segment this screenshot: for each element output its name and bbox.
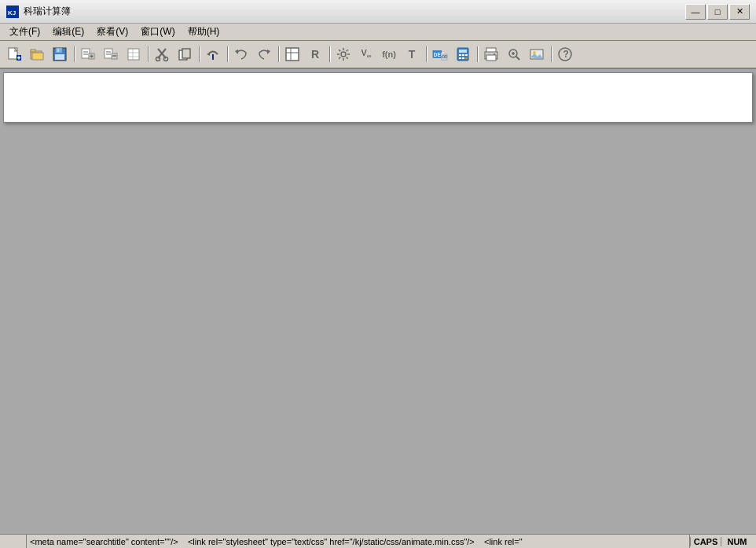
- toolbar-btn-5[interactable]: [100, 43, 122, 65]
- toolbar-btn-help[interactable]: ?: [554, 43, 576, 65]
- toolbar-btn-redo[interactable]: [253, 43, 275, 65]
- svg-line-59: [516, 57, 519, 60]
- svg-rect-53: [465, 57, 468, 59]
- separator-9: [549, 43, 553, 65]
- separator-5: [276, 43, 281, 65]
- svg-rect-33: [182, 49, 190, 58]
- separator-7: [424, 43, 428, 65]
- status-left: [3, 535, 27, 548]
- svg-text:?: ?: [563, 49, 569, 60]
- toolbar-btn-6[interactable]: [123, 43, 145, 65]
- menu-file[interactable]: 文件(F): [3, 24, 46, 40]
- svg-rect-51: [459, 57, 461, 59]
- title-text: 科瑞计算簿: [24, 5, 71, 18]
- app-icon: KJ: [6, 6, 19, 18]
- title-left: KJ 科瑞计算簿: [6, 5, 71, 18]
- svg-point-31: [164, 57, 168, 61]
- svg-rect-52: [462, 57, 464, 59]
- status-num: NUM: [721, 537, 753, 546]
- menu-view[interactable]: 察看(V): [90, 24, 134, 40]
- menu-edit[interactable]: 编辑(E): [46, 24, 90, 40]
- toolbar-btn-zoom[interactable]: [503, 43, 525, 65]
- svg-rect-38: [286, 48, 299, 61]
- svg-rect-49: [462, 54, 464, 56]
- svg-text:00: 00: [442, 54, 447, 59]
- new-button[interactable]: [3, 43, 25, 65]
- svg-rect-11: [57, 49, 59, 52]
- status-caps: CAPS: [690, 537, 721, 546]
- separator-2: [145, 43, 150, 65]
- svg-rect-50: [465, 54, 468, 56]
- toolbar-btn-settings[interactable]: [332, 43, 354, 65]
- menu-bar: 文件(F) 编辑(E) 察看(V) 窗口(W) 帮助(H): [0, 24, 756, 41]
- open-button[interactable]: [26, 43, 48, 65]
- minimize-button[interactable]: —: [685, 4, 706, 20]
- maximize-button[interactable]: □: [707, 4, 728, 20]
- svg-marker-37: [267, 50, 270, 54]
- separator-6: [327, 43, 332, 65]
- svg-point-57: [494, 53, 495, 55]
- save-button[interactable]: [49, 43, 71, 65]
- toolbar-btn-print[interactable]: [480, 43, 502, 65]
- svg-rect-56: [486, 55, 496, 61]
- svg-rect-47: [459, 50, 467, 53]
- menu-window[interactable]: 窗口(W): [134, 24, 181, 40]
- toolbar-btn-special[interactable]: [202, 43, 224, 65]
- menu-help[interactable]: 帮助(H): [182, 24, 226, 40]
- svg-rect-24: [128, 49, 139, 60]
- toolbar: R V∞ f(n) T DEC 00: [0, 41, 756, 69]
- separator-1: [72, 43, 76, 65]
- status-bar: <meta name="searchtitle" content=""/> <l…: [0, 534, 756, 548]
- toolbar-btn-calc[interactable]: [452, 43, 474, 65]
- toolbar-btn-t[interactable]: T: [401, 43, 423, 65]
- svg-rect-8: [32, 53, 43, 60]
- svg-rect-48: [459, 54, 461, 56]
- separator-8: [475, 43, 479, 65]
- svg-text:KJ: KJ: [8, 9, 16, 17]
- svg-rect-12: [55, 54, 64, 60]
- toolbar-btn-view[interactable]: [281, 43, 303, 65]
- content-area: [0, 69, 756, 534]
- svg-rect-7: [31, 50, 35, 52]
- toolbar-btn-4[interactable]: [77, 43, 99, 65]
- toolbar-btn-img[interactable]: [526, 43, 548, 65]
- close-button[interactable]: ✕: [729, 4, 750, 20]
- status-main: <meta name="searchtitle" content=""/> <l…: [27, 535, 690, 548]
- toolbar-btn-cut[interactable]: [151, 43, 173, 65]
- separator-4: [225, 43, 229, 65]
- toolbar-btn-dec[interactable]: DEC 00: [429, 43, 451, 65]
- toolbar-btn-v[interactable]: V∞: [355, 43, 377, 65]
- title-bar: KJ 科瑞计算簿 — □ ✕: [0, 0, 756, 24]
- toolbar-btn-copy[interactable]: [174, 43, 196, 65]
- window-controls: — □ ✕: [685, 4, 750, 20]
- toolbar-btn-fn[interactable]: f(n): [378, 43, 400, 65]
- toolbar-btn-r[interactable]: R: [304, 43, 326, 65]
- svg-point-41: [341, 52, 346, 57]
- separator-3: [196, 43, 201, 65]
- document-window: [3, 72, 753, 123]
- toolbar-btn-undo[interactable]: [230, 43, 252, 65]
- svg-marker-36: [235, 50, 238, 54]
- svg-point-30: [156, 57, 160, 61]
